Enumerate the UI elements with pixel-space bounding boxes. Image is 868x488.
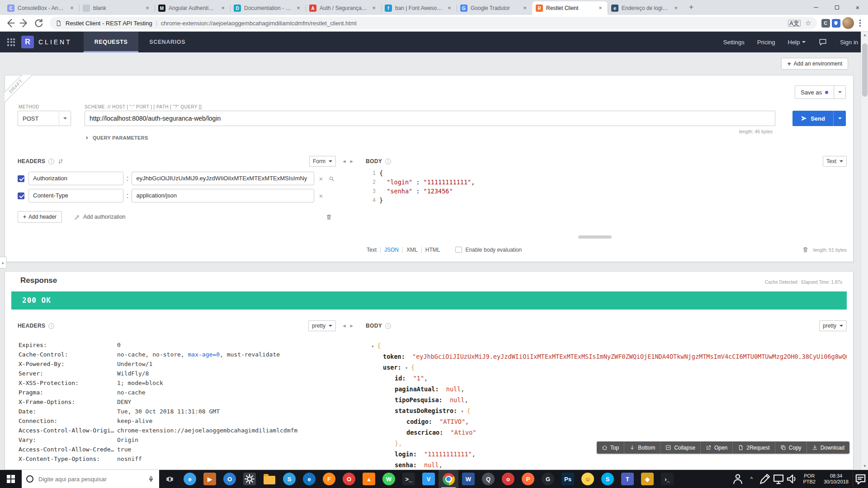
action-top-button[interactable]: Top	[597, 441, 624, 454]
extension-shield-icon[interactable]	[832, 19, 840, 28]
send-caret-button[interactable]	[833, 111, 846, 126]
browser-tab[interactable]: eEndereço de login não×	[608, 1, 683, 15]
taskbar-app-edge[interactable]: e	[299, 470, 319, 488]
headers-view-select[interactable]: Form	[309, 156, 336, 167]
pricing-link[interactable]: Pricing	[757, 39, 775, 46]
add-header-button[interactable]: Add header	[18, 211, 62, 223]
profile-avatar[interactable]	[842, 17, 854, 29]
tab-close-icon[interactable]: ×	[68, 5, 75, 12]
enable-body-evaluation[interactable]: Enable body evaluation	[455, 247, 522, 253]
response-headers-view-select[interactable]: pretty	[308, 320, 336, 331]
display-icon[interactable]	[772, 472, 785, 486]
extension-icon[interactable]: C	[821, 19, 830, 28]
taskbar-app-media-app[interactable]: ▶	[200, 470, 220, 488]
sign-in-link[interactable]: Sign in	[840, 39, 858, 46]
taskbar-app-photoshop[interactable]: Ps	[558, 470, 578, 488]
tab-close-icon[interactable]: ×	[521, 5, 528, 12]
query-parameters-toggle[interactable]: QUERY PARAMETERS	[86, 135, 148, 141]
method-caret-icon[interactable]	[59, 111, 71, 126]
collapse-right-icon[interactable]: ▸	[350, 158, 354, 164]
header-enabled-checkbox[interactable]	[18, 175, 24, 182]
response-collapse-right-icon[interactable]: ▸	[350, 322, 354, 329]
request-body-editor[interactable]: 1{2 "login" : "11111111111",3 "senha" : …	[366, 169, 847, 236]
header-enabled-checkbox[interactable]	[18, 192, 24, 199]
hidden-icons-chevron[interactable]: ^	[745, 476, 758, 482]
action-collapse-button[interactable]: Collapse	[660, 441, 701, 454]
save-as-button[interactable]: Save as	[795, 85, 834, 99]
back-icon[interactable]	[4, 17, 16, 29]
taskbar-app-github[interactable]: G	[538, 470, 558, 488]
body-format-json[interactable]: JSON	[381, 247, 403, 253]
browser-tab[interactable]: MAngular Authentication×	[155, 1, 230, 15]
body-format-html[interactable]: HTML	[422, 247, 444, 253]
header-value-input[interactable]: application/json	[132, 189, 314, 202]
taskbar-app-teams[interactable]: T	[618, 470, 637, 488]
method-select[interactable]: POST	[18, 111, 71, 126]
taskbar-app-file-explorer[interactable]	[259, 470, 279, 488]
taskbar-app-emoji-app[interactable]: ☺	[578, 470, 598, 488]
tree-expand-icon[interactable]: ▾	[405, 365, 411, 371]
response-body-view-select[interactable]: pretty	[819, 320, 847, 331]
header-name-input[interactable]: Authorization	[28, 172, 123, 185]
header-value-input[interactable]: eyJhbGciOiJIUzUxMiJ9.eyJzdWIiOiIxMTExMTE…	[132, 172, 314, 185]
minimize-button[interactable]	[806, 0, 826, 15]
browser-tab[interactable]: blank×	[79, 1, 155, 15]
add-environment-button[interactable]: Add an environment	[781, 58, 848, 70]
address-bar[interactable]: Restlet Client - REST API Testing | chro…	[50, 17, 817, 29]
body-info-icon[interactable]	[385, 159, 391, 164]
taskbar-app-terminal[interactable]: ›_	[657, 470, 677, 488]
body-format-text[interactable]: Text	[366, 247, 381, 253]
scrollbar-up-icon[interactable]: ▲	[861, 32, 868, 39]
bookmark-star-icon[interactable]: ☆	[805, 19, 811, 27]
taskbar-app-vlc[interactable]: ▲	[359, 470, 379, 488]
task-view-button[interactable]	[159, 470, 180, 488]
tab-scenarios[interactable]: SCENARIOS	[138, 32, 196, 52]
pen-icon[interactable]	[758, 472, 772, 486]
people-icon[interactable]	[731, 472, 745, 486]
panel-expand-handle[interactable]: ▸	[0, 257, 7, 268]
taskbar-search-input[interactable]	[38, 475, 143, 483]
taskbar-search[interactable]	[22, 470, 159, 488]
new-tab-button[interactable]: +	[685, 1, 698, 14]
response-collapse-left-icon[interactable]: ◂	[343, 322, 346, 329]
microphone-icon[interactable]	[147, 475, 155, 483]
taskbar-app-search-app[interactable]: Q	[478, 470, 498, 488]
taskbar-app-word[interactable]: W	[458, 470, 478, 488]
settings-link[interactable]: Settings	[723, 39, 745, 46]
action-center-icon[interactable]	[853, 472, 868, 487]
body-format-xml[interactable]: XML	[403, 247, 422, 253]
taskbar-app-settings-gear[interactable]	[240, 470, 259, 488]
taskbar-app-cmd[interactable]: >_	[399, 470, 419, 488]
language-indicator[interactable]: POR PTB2	[799, 473, 820, 485]
tree-expand-icon[interactable]: ▾	[461, 408, 467, 414]
taskbar-app-opera[interactable]: O	[339, 470, 359, 488]
tab-close-icon[interactable]: ×	[446, 5, 453, 12]
taskbar-app-delphi[interactable]: ◆	[637, 470, 657, 488]
volume-icon[interactable]	[785, 472, 799, 486]
action-copy-button[interactable]: Copy	[775, 441, 807, 454]
taskbar-app-internet-explorer[interactable]: e	[180, 470, 200, 488]
remove-header-icon[interactable]: ×	[319, 175, 323, 183]
action-bottom-button[interactable]: Bottom	[624, 441, 660, 454]
add-authorization-link[interactable]: Add authorization	[74, 214, 125, 221]
action-open-button[interactable]: Open	[701, 441, 733, 454]
tab-close-icon[interactable]: ×	[597, 5, 604, 12]
chat-icon[interactable]	[818, 38, 827, 47]
scrollbar-down-icon[interactable]: ▼	[861, 463, 868, 470]
body-view-select[interactable]: Text	[823, 156, 847, 167]
send-button[interactable]: Send	[793, 111, 833, 126]
tab-close-icon[interactable]: ×	[370, 5, 377, 12]
tab-close-icon[interactable]: ×	[295, 5, 302, 12]
browser-tab[interactable]: fban | Font Awesome×	[381, 1, 457, 15]
tab-requests[interactable]: REQUESTS	[84, 32, 139, 52]
response-headers-info-icon[interactable]	[48, 323, 54, 329]
clear-body-icon[interactable]	[802, 246, 809, 253]
taskbar-app-postman[interactable]: P	[518, 470, 538, 488]
clock[interactable]: 08:34 30/10/2018	[820, 473, 853, 485]
taskbar-app-player-app[interactable]: O	[220, 470, 240, 488]
header-name-input[interactable]: Content-Type	[28, 189, 123, 202]
save-as-caret-button[interactable]	[834, 85, 846, 99]
browser-tab[interactable]: AAuth / Segurança - GH×	[306, 1, 381, 15]
action-2request-button[interactable]: 2Request	[733, 441, 775, 454]
inspect-token-icon[interactable]	[328, 175, 335, 182]
